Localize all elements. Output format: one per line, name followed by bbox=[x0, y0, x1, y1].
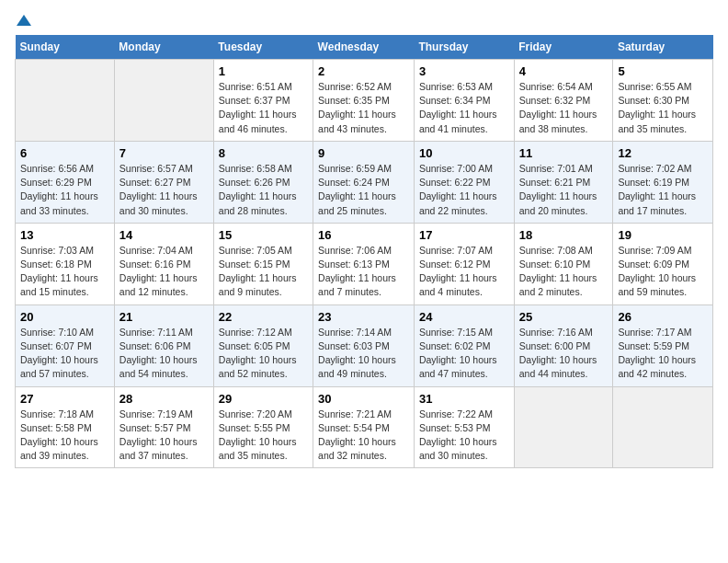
calendar-cell: 7Sunrise: 6:57 AMSunset: 6:27 PMDaylight… bbox=[114, 141, 213, 223]
calendar-cell bbox=[114, 60, 213, 142]
day-number: 30 bbox=[318, 392, 409, 406]
calendar-cell bbox=[613, 386, 713, 468]
day-number: 7 bbox=[119, 146, 209, 160]
day-info: Sunrise: 7:16 AMSunset: 6:00 PMDaylight:… bbox=[519, 326, 609, 382]
calendar-cell: 3Sunrise: 6:53 AMSunset: 6:34 PMDaylight… bbox=[414, 60, 514, 142]
logo-icon bbox=[17, 13, 31, 28]
day-info: Sunrise: 7:03 AMSunset: 6:18 PMDaylight:… bbox=[20, 244, 109, 300]
calendar-week-row: 6Sunrise: 6:56 AMSunset: 6:29 PMDaylight… bbox=[16, 141, 713, 223]
calendar-cell: 21Sunrise: 7:11 AMSunset: 6:06 PMDayligh… bbox=[114, 304, 213, 386]
calendar-cell bbox=[514, 386, 613, 468]
weekday-header: Monday bbox=[114, 35, 213, 60]
day-info: Sunrise: 7:12 AMSunset: 6:05 PMDaylight:… bbox=[219, 326, 308, 382]
weekday-header: Friday bbox=[514, 35, 613, 60]
day-info: Sunrise: 6:58 AMSunset: 6:26 PMDaylight:… bbox=[219, 162, 308, 218]
calendar-cell: 14Sunrise: 7:04 AMSunset: 6:16 PMDayligh… bbox=[114, 223, 213, 304]
day-info: Sunrise: 7:02 AMSunset: 6:19 PMDaylight:… bbox=[618, 162, 708, 218]
day-number: 29 bbox=[219, 392, 308, 406]
day-number: 26 bbox=[618, 310, 708, 324]
calendar-cell: 28Sunrise: 7:19 AMSunset: 5:57 PMDayligh… bbox=[114, 386, 213, 468]
day-number: 22 bbox=[219, 310, 308, 324]
calendar-cell: 19Sunrise: 7:09 AMSunset: 6:09 PMDayligh… bbox=[613, 223, 713, 304]
day-info: Sunrise: 7:17 AMSunset: 5:59 PMDaylight:… bbox=[618, 326, 708, 382]
logo bbox=[15, 15, 31, 28]
day-info: Sunrise: 6:56 AMSunset: 6:29 PMDaylight:… bbox=[20, 162, 109, 218]
calendar-week-row: 27Sunrise: 7:18 AMSunset: 5:58 PMDayligh… bbox=[16, 386, 713, 468]
weekday-header: Sunday bbox=[16, 35, 115, 60]
calendar-cell: 10Sunrise: 7:00 AMSunset: 6:22 PMDayligh… bbox=[414, 141, 514, 223]
calendar-cell: 23Sunrise: 7:14 AMSunset: 6:03 PMDayligh… bbox=[313, 304, 415, 386]
day-number: 12 bbox=[618, 146, 708, 160]
day-number: 4 bbox=[519, 64, 609, 78]
calendar-cell bbox=[16, 60, 115, 142]
day-number: 14 bbox=[119, 228, 209, 242]
calendar-cell: 24Sunrise: 7:15 AMSunset: 6:02 PMDayligh… bbox=[414, 304, 514, 386]
calendar-cell: 4Sunrise: 6:54 AMSunset: 6:32 PMDaylight… bbox=[514, 60, 613, 142]
day-info: Sunrise: 6:57 AMSunset: 6:27 PMDaylight:… bbox=[119, 162, 209, 218]
calendar-cell: 22Sunrise: 7:12 AMSunset: 6:05 PMDayligh… bbox=[213, 304, 313, 386]
day-info: Sunrise: 7:07 AMSunset: 6:12 PMDaylight:… bbox=[419, 244, 509, 300]
day-number: 11 bbox=[519, 146, 609, 160]
calendar-cell: 15Sunrise: 7:05 AMSunset: 6:15 PMDayligh… bbox=[213, 223, 313, 304]
day-number: 19 bbox=[618, 228, 708, 242]
day-info: Sunrise: 7:06 AMSunset: 6:13 PMDaylight:… bbox=[318, 244, 409, 300]
calendar-cell: 31Sunrise: 7:22 AMSunset: 5:53 PMDayligh… bbox=[414, 386, 514, 468]
day-number: 21 bbox=[119, 310, 209, 324]
calendar-cell: 25Sunrise: 7:16 AMSunset: 6:00 PMDayligh… bbox=[514, 304, 613, 386]
day-info: Sunrise: 7:19 AMSunset: 5:57 PMDaylight:… bbox=[119, 408, 209, 464]
calendar-cell: 18Sunrise: 7:08 AMSunset: 6:10 PMDayligh… bbox=[514, 223, 613, 304]
day-number: 9 bbox=[318, 146, 409, 160]
day-info: Sunrise: 7:15 AMSunset: 6:02 PMDaylight:… bbox=[419, 326, 509, 382]
weekday-header-row: SundayMondayTuesdayWednesdayThursdayFrid… bbox=[16, 35, 713, 60]
day-info: Sunrise: 7:05 AMSunset: 6:15 PMDaylight:… bbox=[219, 244, 308, 300]
svg-marker-0 bbox=[17, 15, 31, 26]
calendar-week-row: 20Sunrise: 7:10 AMSunset: 6:07 PMDayligh… bbox=[16, 304, 713, 386]
calendar-week-row: 13Sunrise: 7:03 AMSunset: 6:18 PMDayligh… bbox=[16, 223, 713, 304]
day-number: 6 bbox=[20, 146, 109, 160]
day-info: Sunrise: 7:04 AMSunset: 6:16 PMDaylight:… bbox=[119, 244, 209, 300]
calendar-cell: 6Sunrise: 6:56 AMSunset: 6:29 PMDaylight… bbox=[16, 141, 115, 223]
day-number: 18 bbox=[519, 228, 609, 242]
calendar-cell: 9Sunrise: 6:59 AMSunset: 6:24 PMDaylight… bbox=[313, 141, 415, 223]
day-info: Sunrise: 6:53 AMSunset: 6:34 PMDaylight:… bbox=[419, 80, 509, 136]
weekday-header: Saturday bbox=[613, 35, 713, 60]
day-number: 1 bbox=[219, 64, 308, 78]
calendar-cell: 13Sunrise: 7:03 AMSunset: 6:18 PMDayligh… bbox=[16, 223, 115, 304]
day-number: 31 bbox=[419, 392, 509, 406]
day-info: Sunrise: 6:54 AMSunset: 6:32 PMDaylight:… bbox=[519, 80, 609, 136]
day-number: 28 bbox=[119, 392, 209, 406]
day-number: 20 bbox=[20, 310, 109, 324]
day-info: Sunrise: 7:00 AMSunset: 6:22 PMDaylight:… bbox=[419, 162, 509, 218]
calendar-week-row: 1Sunrise: 6:51 AMSunset: 6:37 PMDaylight… bbox=[16, 60, 713, 142]
day-number: 13 bbox=[20, 228, 109, 242]
weekday-header: Wednesday bbox=[313, 35, 415, 60]
day-number: 25 bbox=[519, 310, 609, 324]
calendar-cell: 5Sunrise: 6:55 AMSunset: 6:30 PMDaylight… bbox=[613, 60, 713, 142]
day-number: 10 bbox=[419, 146, 509, 160]
day-info: Sunrise: 7:20 AMSunset: 5:55 PMDaylight:… bbox=[219, 408, 308, 464]
day-info: Sunrise: 6:59 AMSunset: 6:24 PMDaylight:… bbox=[318, 162, 409, 218]
day-info: Sunrise: 7:08 AMSunset: 6:10 PMDaylight:… bbox=[519, 244, 609, 300]
day-info: Sunrise: 7:22 AMSunset: 5:53 PMDaylight:… bbox=[419, 408, 509, 464]
calendar-cell: 1Sunrise: 6:51 AMSunset: 6:37 PMDaylight… bbox=[213, 60, 313, 142]
calendar-cell: 8Sunrise: 6:58 AMSunset: 6:26 PMDaylight… bbox=[213, 141, 313, 223]
day-number: 2 bbox=[318, 64, 409, 78]
day-number: 17 bbox=[419, 228, 509, 242]
day-number: 3 bbox=[419, 64, 509, 78]
day-info: Sunrise: 7:14 AMSunset: 6:03 PMDaylight:… bbox=[318, 326, 409, 382]
day-info: Sunrise: 7:18 AMSunset: 5:58 PMDaylight:… bbox=[20, 408, 109, 464]
day-number: 16 bbox=[318, 228, 409, 242]
weekday-header: Tuesday bbox=[213, 35, 313, 60]
calendar-cell: 30Sunrise: 7:21 AMSunset: 5:54 PMDayligh… bbox=[313, 386, 415, 468]
day-info: Sunrise: 6:51 AMSunset: 6:37 PMDaylight:… bbox=[219, 80, 308, 136]
calendar-cell: 16Sunrise: 7:06 AMSunset: 6:13 PMDayligh… bbox=[313, 223, 415, 304]
day-info: Sunrise: 7:09 AMSunset: 6:09 PMDaylight:… bbox=[618, 244, 708, 300]
calendar-table: SundayMondayTuesdayWednesdayThursdayFrid… bbox=[15, 35, 713, 468]
day-number: 5 bbox=[618, 64, 708, 78]
day-info: Sunrise: 7:10 AMSunset: 6:07 PMDaylight:… bbox=[20, 326, 109, 382]
calendar-cell: 2Sunrise: 6:52 AMSunset: 6:35 PMDaylight… bbox=[313, 60, 415, 142]
day-info: Sunrise: 6:55 AMSunset: 6:30 PMDaylight:… bbox=[618, 80, 708, 136]
day-info: Sunrise: 7:11 AMSunset: 6:06 PMDaylight:… bbox=[119, 326, 209, 382]
day-number: 8 bbox=[219, 146, 308, 160]
calendar-cell: 26Sunrise: 7:17 AMSunset: 5:59 PMDayligh… bbox=[613, 304, 713, 386]
